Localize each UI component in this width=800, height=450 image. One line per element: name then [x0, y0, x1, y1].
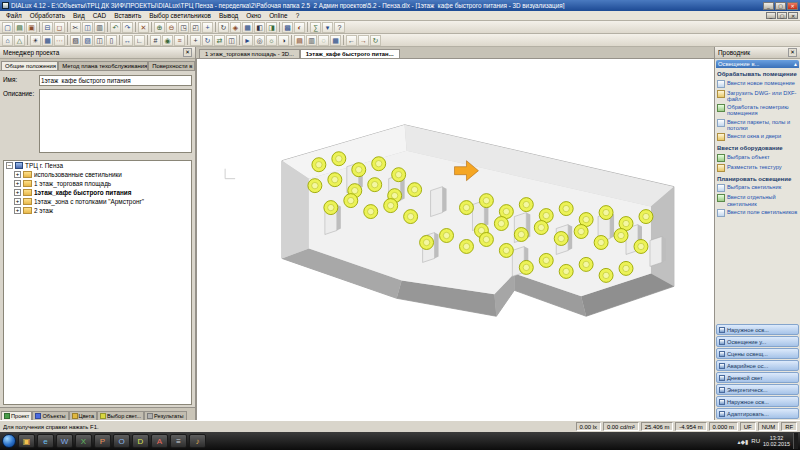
help-icon[interactable]: ?	[334, 22, 345, 33]
insert-luminaire-icon[interactable]: ☀	[30, 35, 41, 46]
menu-item-Окно[interactable]: Окно	[242, 12, 265, 19]
show-desktop-button[interactable]	[793, 433, 798, 449]
insert-door-icon[interactable]: ▯	[106, 35, 117, 46]
calculate-icon[interactable]: ∑	[310, 22, 321, 33]
guide-collapsed-bar-0[interactable]: Наружное осв...	[716, 324, 799, 335]
taskbar-outlook[interactable]: O	[113, 434, 130, 448]
grid-icon[interactable]: #	[150, 35, 161, 46]
redo-icon[interactable]: ↷	[122, 22, 133, 33]
guide-collapsed-bar-5[interactable]: Энергетическ...	[716, 384, 799, 395]
undo-icon[interactable]: ↶	[110, 22, 121, 33]
taskbar-word[interactable]: W	[56, 434, 73, 448]
open-file-icon[interactable]: ▤	[14, 22, 25, 33]
tree-root[interactable]: −ТРЦ г. Пенза	[4, 161, 191, 170]
taskbar-internet-explorer[interactable]: e	[37, 434, 54, 448]
wireframe-mode-icon[interactable]: ▩	[282, 22, 293, 33]
taskbar-notepad[interactable]: ≡	[170, 434, 187, 448]
guide-item[interactable]: Обработать геометрию помещения	[716, 103, 799, 118]
zoom-in-icon[interactable]: ⊕	[154, 22, 165, 33]
expand-icon[interactable]: +	[14, 180, 21, 187]
expand-icon[interactable]: +	[14, 198, 21, 205]
expand-icon[interactable]: +	[14, 207, 21, 214]
calc-surface-icon[interactable]: ▤	[294, 35, 305, 46]
document-tab-0[interactable]: 1 этаж_торговая площадь - 3D...	[199, 49, 300, 58]
name-input[interactable]	[39, 75, 192, 86]
tree-item-3[interactable]: +1этаж_зона с потолками "Армстронг"	[4, 197, 191, 206]
light-scene-icon[interactable]: ◑	[278, 35, 289, 46]
false-colors-icon[interactable]: ▥	[306, 35, 317, 46]
guide-collapsed-bar-6[interactable]: Наружное осв...	[716, 396, 799, 407]
panel-close-icon[interactable]: ✕	[183, 48, 192, 57]
guide-item[interactable]: Ввести окна и двери	[716, 132, 799, 142]
guide-top-section[interactable]: Освещение в... ▴	[716, 60, 799, 68]
panel-tab-Выбор свет...[interactable]: Выбор свет...	[97, 411, 144, 420]
description-input[interactable]	[39, 89, 192, 153]
north-arrow-icon[interactable]: ►	[242, 35, 253, 46]
guide-item[interactable]: Загрузить DWG- или DXF-файл	[716, 89, 799, 104]
view-top-icon[interactable]: ▦	[242, 22, 253, 33]
refresh-view-icon[interactable]: ↻	[370, 35, 381, 46]
taskbar-excel[interactable]: X	[75, 434, 92, 448]
guide-item[interactable]: Выбрать светильник	[716, 183, 799, 193]
menu-item-Обработать[interactable]: Обработать	[26, 12, 69, 19]
expand-icon[interactable]: +	[14, 189, 21, 196]
luminaire-line-icon[interactable]: ⋯	[54, 35, 65, 46]
tree-item-1[interactable]: +1 этаж_торговая площадь	[4, 179, 191, 188]
print-preview-icon[interactable]: ◻	[54, 22, 65, 33]
move-object-icon[interactable]: +	[190, 35, 201, 46]
duplicate-object-icon[interactable]: ◫	[226, 35, 237, 46]
isolines-icon[interactable]: ◌	[318, 35, 329, 46]
tray-icon[interactable]: ▮	[745, 439, 748, 445]
guide-collapsed-bar-2[interactable]: Сцены освещ...	[716, 348, 799, 359]
tree-item-4[interactable]: +2 этаж	[4, 206, 191, 215]
guide-collapsed-bar-1[interactable]: Освещение у...	[716, 336, 799, 347]
interior-wall-panel[interactable]	[431, 187, 443, 217]
close-button[interactable]: ✕	[787, 2, 798, 10]
child-close-button[interactable]: ✕	[788, 12, 798, 19]
minimize-button[interactable]: _	[763, 2, 774, 10]
render-mode-icon[interactable]: ◐	[294, 22, 305, 33]
dimension-line-icon[interactable]: ∟	[134, 35, 145, 46]
guide-collapsed-bar-4[interactable]: Дневной свет	[716, 372, 799, 383]
taskbar-explorer[interactable]: ▣	[18, 434, 35, 448]
tab-surfaces[interactable]: Поверхности в	[148, 61, 195, 70]
guide-item[interactable]: Разместить текстуру	[716, 163, 799, 173]
insert-window-icon[interactable]: ◫	[94, 35, 105, 46]
menu-item-Вид[interactable]: Вид	[69, 12, 89, 19]
guide-item[interactable]: Ввести отдельный светильник	[716, 193, 799, 208]
rotate-view-icon[interactable]: ↻	[218, 22, 229, 33]
tab-maintenance-plan[interactable]: Метод плана техобслуживания	[58, 61, 148, 70]
zoom-out-icon[interactable]: ⊖	[166, 22, 177, 33]
delete-icon[interactable]: ✕	[138, 22, 149, 33]
guide-close-icon[interactable]: ✕	[788, 48, 797, 57]
guide-item[interactable]: Ввести поле светильников	[716, 208, 799, 218]
panel-tab-Объекты[interactable]: Объекты	[32, 411, 68, 420]
save-file-icon[interactable]: ▣	[26, 22, 37, 33]
maximize-button[interactable]: ▢	[775, 2, 786, 10]
guide-lines-icon[interactable]: ≡	[174, 35, 185, 46]
start-button[interactable]	[2, 434, 16, 448]
expand-icon[interactable]: +	[14, 171, 21, 178]
menu-item-Вставить[interactable]: Вставить	[110, 12, 145, 19]
guide-collapsed-bar-3[interactable]: Аварийное ос...	[716, 360, 799, 371]
insert-furniture-icon[interactable]: ▧	[70, 35, 81, 46]
insert-texture-icon[interactable]: ▨	[82, 35, 93, 46]
panel-tab-Проект[interactable]: Проект	[1, 411, 32, 420]
copy-icon[interactable]: ◫	[82, 22, 93, 33]
menu-item-Выбор светильников[interactable]: Выбор светильников	[145, 12, 215, 19]
tab-general-settings[interactable]: Общие положения	[1, 61, 58, 70]
clock[interactable]: 13:32 10.02.2015	[763, 435, 790, 448]
child-minimize-button[interactable]: _	[766, 12, 776, 19]
output-icon[interactable]: ▾	[322, 22, 333, 33]
zoom-window-icon[interactable]: ◳	[178, 22, 189, 33]
camera-icon[interactable]: ◎	[254, 35, 265, 46]
mirror-object-icon[interactable]: ⇄	[214, 35, 225, 46]
pan-view-icon[interactable]: +	[202, 22, 213, 33]
interior-wall-panel[interactable]	[650, 237, 662, 267]
luminaire-field-icon[interactable]: ▦	[42, 35, 53, 46]
room-geometry-icon[interactable]: △	[14, 35, 25, 46]
taskbar-powerpoint[interactable]: P	[94, 434, 111, 448]
rotate-object-icon[interactable]: ↻	[202, 35, 213, 46]
menu-item-Online[interactable]: Online	[265, 12, 291, 19]
print-icon[interactable]: ⊟	[42, 22, 53, 33]
